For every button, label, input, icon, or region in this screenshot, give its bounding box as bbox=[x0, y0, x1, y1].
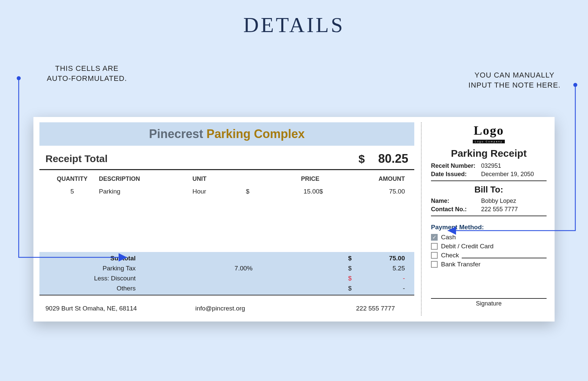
cell-amount-sym: $ bbox=[319, 188, 326, 195]
payment-method-list: ✓CashDebit / Credit CardCheckBank Transf… bbox=[431, 234, 547, 268]
receipt-number-row: Receit Number: 032951 bbox=[431, 162, 547, 170]
payment-option[interactable]: Bank Transfer bbox=[431, 261, 547, 268]
payment-option-label: Cash bbox=[441, 234, 456, 241]
sum-val-others: - bbox=[358, 285, 408, 292]
check-blank-line bbox=[462, 252, 547, 258]
receipt-card: Pinecrest Parking Complex Receipt Total … bbox=[33, 117, 555, 322]
divider-2 bbox=[431, 216, 547, 216]
divider-1 bbox=[431, 180, 547, 181]
sum-val-tax: 5.25 bbox=[358, 265, 408, 272]
company-name-2: Parking Complex bbox=[206, 127, 305, 141]
date-issued-label: Date Issued: bbox=[431, 171, 481, 178]
payment-option-label: Debit / Credit Card bbox=[441, 243, 493, 250]
sum-sym-tax: $ bbox=[348, 265, 358, 272]
footer-phone: 222 555 7777 bbox=[278, 305, 408, 312]
footer-email: info@pincrest.org bbox=[162, 305, 279, 312]
annotation-right: YOU CAN MANUALLYINPUT THE NOTE HERE. bbox=[454, 70, 575, 90]
summary-others: Others $ - bbox=[45, 283, 408, 293]
logo-main: Logo bbox=[431, 123, 547, 138]
sum-val-subtotal: 75.00 bbox=[358, 255, 408, 262]
header-price: PRICE bbox=[246, 175, 319, 182]
footer: 9029 Burt St Omaha, NE, 68114 info@pincr… bbox=[39, 295, 414, 315]
header-amount: AMOUNT bbox=[319, 175, 408, 182]
sum-tax-rate: 7.00% bbox=[139, 265, 348, 272]
cell-desc: Parking bbox=[99, 188, 192, 195]
payment-option-label: Bank Transfer bbox=[441, 261, 480, 268]
header-quantity: QUANTITY bbox=[45, 175, 99, 182]
bill-name-row: Name: Bobby Lopez bbox=[431, 197, 547, 205]
payment-option[interactable]: Debit / Credit Card bbox=[431, 243, 547, 250]
cell-amount-val: 75.00 bbox=[326, 188, 405, 195]
receipt-number-label: Receit Number: bbox=[431, 162, 481, 169]
receipt-left-pane: Pinecrest Parking Complex Receipt Total … bbox=[39, 122, 422, 315]
sum-label-discount: Less: Discount bbox=[45, 275, 139, 282]
sum-sym-subtotal: $ bbox=[348, 255, 358, 262]
callout-dot-left bbox=[17, 76, 21, 80]
receipt-total-row: Receipt Total $ 80.25 bbox=[39, 146, 414, 170]
annotation-left: THIS CELLS AREAUTO-FORMULATED. bbox=[30, 64, 144, 83]
checkbox-icon[interactable] bbox=[431, 243, 438, 250]
checkbox-icon[interactable]: ✓ bbox=[431, 234, 438, 241]
footer-address: 9029 Burt St Omaha, NE, 68114 bbox=[45, 305, 162, 312]
sum-sym-others: $ bbox=[348, 285, 358, 292]
sum-label-subtotal: Subtotal bbox=[45, 255, 139, 262]
company-name-1: Pinecrest bbox=[149, 127, 206, 141]
cell-unit: Hour bbox=[192, 188, 246, 195]
header-unit: UNIT bbox=[192, 175, 246, 182]
payment-option[interactable]: Check bbox=[431, 252, 547, 259]
bill-name-value: Bobby Lopez bbox=[481, 198, 547, 205]
bill-name-label: Name: bbox=[431, 198, 481, 205]
table-row: 5 Parking Hour $ 15.00 $ 75.00 bbox=[39, 184, 414, 199]
payment-option-label: Check bbox=[441, 252, 459, 259]
table-spacer bbox=[39, 199, 414, 252]
bill-to-title: Bill To: bbox=[431, 184, 547, 195]
bill-contact-label: Contact No.: bbox=[431, 206, 481, 213]
cell-price-sym: $ bbox=[246, 188, 253, 195]
receipt-right-pane: Logo Logo Company Parking Receipt Receit… bbox=[422, 122, 549, 315]
logo: Logo Logo Company bbox=[431, 123, 547, 144]
receipt-total-amount: 80.25 bbox=[378, 152, 408, 166]
bill-contact-value: 222 555 7777 bbox=[481, 206, 547, 213]
date-issued-row: Date Issued: December 19, 2050 bbox=[431, 170, 547, 178]
summary-discount: Less: Discount $ - bbox=[45, 273, 408, 283]
page-title: DETAILS bbox=[0, 13, 588, 37]
checkbox-icon[interactable] bbox=[431, 252, 438, 259]
right-title: Parking Receipt bbox=[431, 148, 547, 159]
sum-sym-discount: $ bbox=[348, 275, 358, 282]
sum-label-others: Others bbox=[45, 285, 139, 292]
sum-label-tax: Parking Tax bbox=[45, 265, 139, 272]
logo-sub: Logo Company bbox=[473, 140, 504, 143]
signature-line: Signature bbox=[431, 298, 547, 307]
checkbox-icon[interactable] bbox=[431, 261, 438, 268]
receipt-total-currency: $ bbox=[358, 152, 365, 165]
cell-price: $ 15.00 bbox=[246, 188, 319, 195]
receipt-number-value: 032951 bbox=[481, 162, 547, 169]
summary-subtotal: Subtotal $ 75.00 bbox=[45, 253, 408, 263]
bill-contact-row: Contact No.: 222 555 7777 bbox=[431, 205, 547, 214]
company-name-bar: Pinecrest Parking Complex bbox=[39, 122, 414, 146]
receipt-total-label: Receipt Total bbox=[45, 153, 358, 164]
summary-tax: Parking Tax 7.00% $ 5.25 bbox=[45, 263, 408, 273]
cell-qty: 5 bbox=[45, 188, 99, 195]
payment-method-title: Payment Method: bbox=[431, 224, 547, 231]
cell-amount: $ 75.00 bbox=[319, 188, 408, 195]
date-issued-value: December 19, 2050 bbox=[481, 171, 547, 178]
header-description: DESCRIPTION bbox=[99, 175, 192, 182]
payment-option[interactable]: ✓Cash bbox=[431, 234, 547, 241]
cell-price-val: 15.00 bbox=[253, 188, 319, 195]
table-headers: QUANTITY DESCRIPTION UNIT PRICE AMOUNT bbox=[39, 170, 414, 184]
sum-val-discount: - bbox=[358, 275, 408, 282]
summary-block: Subtotal $ 75.00 Parking Tax 7.00% $ 5.2… bbox=[39, 252, 414, 295]
